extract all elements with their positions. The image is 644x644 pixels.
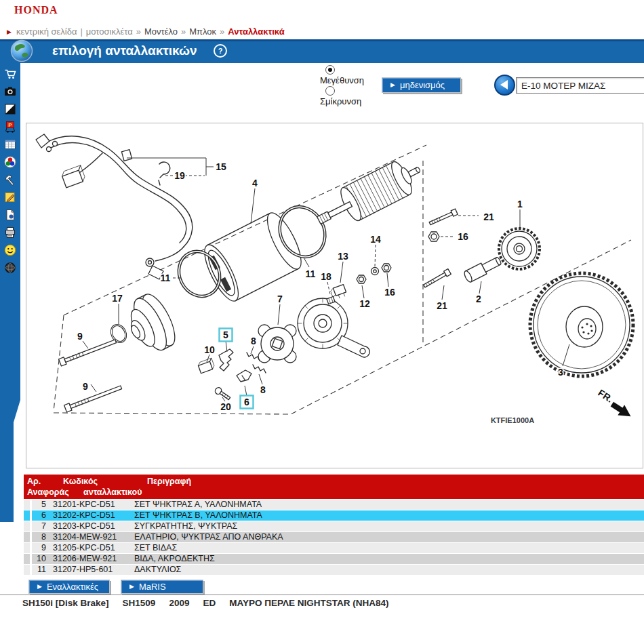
cell-ref: 7: [32, 521, 46, 531]
zoom-mode-label: Μεγέθυνση: [320, 75, 364, 85]
breadcrumb-link[interactable]: κεντρική σελίδα: [16, 26, 77, 37]
callout-18[interactable]: 18: [321, 271, 331, 282]
section-selector-input[interactable]: [516, 77, 644, 94]
cell-description: ΕΛΑΤΗΡΙΟ, ΨΥΚΤΡΑΣ ΑΠΟ ΑΝΘΡΑΚΑ: [134, 532, 283, 542]
cell-part-code: 31202-KPC-D51: [53, 510, 115, 521]
parts-p-icon[interactable]: P: [3, 120, 17, 134]
model-info-item: ΜΑΥΡΟ ΠΕΡΛΕ NIGHTSTAR (NHA84): [229, 598, 388, 608]
callout-2[interactable]: 2: [476, 294, 481, 304]
driven-gear-part3: [530, 273, 633, 376]
callout-9[interactable]: 9: [77, 331, 83, 342]
callout-15[interactable]: 15: [216, 161, 226, 172]
breadcrumb-separator: »: [181, 26, 186, 37]
table-row[interactable]: 1031206-MEW-921ΒΙΔΑ, ΑΚΡΟΔΕΚΤΗΣ: [24, 554, 644, 565]
smiley-icon[interactable]: [3, 243, 17, 257]
alternatives-button[interactable]: ▶ Εναλλακτικές: [28, 580, 110, 594]
dark-globe-icon[interactable]: [3, 261, 17, 275]
breadcrumb: ▶ κεντρική σελίδα|μοτοσικλέτα»Μοντέλο»Μπ…: [7, 26, 285, 37]
printer-icon[interactable]: [3, 226, 17, 239]
model-info-footer: SH150i [Disk Brake]SH15092009EDΜΑΥΡΟ ΠΕΡ…: [22, 598, 388, 608]
breadcrumb-separator: »: [220, 26, 224, 37]
camera-icon[interactable]: [3, 85, 17, 98]
zoom-mode-radio[interactable]: [325, 65, 335, 75]
callout-21[interactable]: 21: [437, 300, 447, 311]
callout-17[interactable]: 17: [112, 293, 123, 304]
table-row[interactable]: 731203-KPC-D51ΣΥΓΚΡΑΤΗΤΗΣ, ΨΥΚΤΡΑΣ: [24, 521, 644, 532]
globe-icon: [10, 39, 33, 62]
row-stripe: [24, 565, 30, 575]
reset-button[interactable]: ▶ μηδενισμός: [382, 77, 461, 93]
cell-description: ΔΑΚΤΥΛΙΟΣ: [134, 565, 181, 575]
callout-6[interactable]: 6: [244, 397, 249, 407]
armature: [310, 153, 428, 237]
callout-7[interactable]: 7: [277, 294, 283, 304]
cell-description: ΒΙΔΑ, ΑΚΡΟΔΕΚΤΗΣ: [134, 554, 215, 564]
cell-part-code: 31206-MEW-921: [53, 554, 117, 564]
table-icon[interactable]: [3, 138, 17, 151]
model-info-item: SH1509: [123, 598, 156, 608]
callout-14[interactable]: 14: [370, 234, 381, 245]
brush-part10: [197, 358, 215, 374]
table-row[interactable]: 631202-KPC-D51ΣΕΤ ΨΗΚΤΡΑΣ Β, ΥΑΛΟΝΗΜΑΤΑ: [24, 510, 644, 521]
brush-set-part5: [219, 349, 233, 371]
callout-8[interactable]: 8: [260, 384, 266, 395]
callout-4[interactable]: 4: [252, 178, 258, 188]
row-stripe: [24, 510, 30, 521]
callout-16[interactable]: 16: [384, 287, 395, 298]
bolt-part9-a: [59, 338, 117, 366]
harness-hook-part19: [159, 162, 170, 185]
cart-icon[interactable]: [3, 67, 17, 81]
honda-logo: HONDA: [14, 4, 58, 16]
screw-part20: [214, 386, 232, 401]
callout-11[interactable]: 11: [161, 273, 171, 283]
breadcrumb-link[interactable]: Μπλοκ: [189, 26, 216, 37]
table-row[interactable]: 831204-MEW-921ΕΛΑΤΗΡΙΟ, ΨΥΚΤΡΑΣ ΑΠΟ ΑΝΘΡ…: [24, 532, 644, 543]
zoom-mode-radio[interactable]: [325, 86, 335, 96]
callout-3[interactable]: 3: [558, 367, 563, 378]
callout-11[interactable]: 11: [306, 268, 316, 279]
parts-diagram: KTFIE1000A FR. 1519411111813179910588206…: [26, 123, 643, 468]
maris-button[interactable]: ▶ MaRIS: [121, 580, 203, 594]
callout-1[interactable]: 1: [517, 199, 523, 209]
color-wheel-icon[interactable]: [3, 155, 17, 169]
callout-9[interactable]: 9: [83, 381, 88, 392]
zoom-mode-group: ΜεγέθυνσηΣμίκρυνση: [320, 65, 364, 107]
hammer-icon[interactable]: [3, 173, 17, 186]
sidebar-toolbar: P: [3, 67, 17, 279]
table-row[interactable]: 931205-KPC-D51ΣΕΤ ΒΙΔΑΣ: [24, 543, 644, 554]
note-edit-icon[interactable]: [3, 190, 17, 204]
callout-10[interactable]: 10: [204, 344, 215, 355]
button-arrow-icon: ▶: [37, 584, 42, 590]
callout-20[interactable]: 20: [220, 401, 231, 412]
breadcrumb-link[interactable]: μοτοσικλέτα: [86, 26, 133, 37]
row-stripe: [24, 532, 30, 542]
zoom-mode-label: Σμίκρυνση: [320, 96, 364, 106]
callout-19[interactable]: 19: [174, 170, 185, 181]
col-code-header-line2: ανταλλακτικού: [83, 487, 142, 497]
callout-labels: 1519411111813179910588206712141616212112…: [77, 161, 563, 412]
callout-8[interactable]: 8: [251, 336, 256, 346]
callout-12[interactable]: 12: [359, 298, 370, 309]
breadcrumb-link[interactable]: Ανταλλακτικά: [228, 26, 284, 37]
callout-21[interactable]: 21: [483, 212, 494, 222]
back-button[interactable]: [494, 75, 515, 96]
callout-16[interactable]: 16: [458, 231, 468, 242]
col-desc-header: Περιγραφή: [147, 477, 191, 486]
breadcrumb-link[interactable]: Μοντέλο: [144, 26, 178, 37]
brush-set-part6: [237, 370, 251, 382]
callout-5[interactable]: 5: [223, 329, 228, 340]
cell-ref: 9: [32, 543, 46, 553]
table-row[interactable]: 1131207-HP5-601ΔΑΚΤΥΛΙΟΣ: [24, 565, 644, 576]
table-row[interactable]: 531201-KPC-D51ΣΕΤ ΨΗΚΤΡΑΣ Α, ΥΑΛΟΝΗΜΑΤΑ: [24, 500, 644, 510]
honda-epc-app: HONDA ▶ κεντρική σελίδα|μοτοσικλέτα»Μοντ…: [0, 0, 644, 644]
svg-text:P: P: [8, 122, 12, 128]
help-icon[interactable]: ?: [214, 44, 227, 58]
contrast-icon[interactable]: [3, 102, 17, 116]
table-body: 531201-KPC-D51ΣΕΤ ΨΗΚΤΡΑΣ Α, ΥΑΛΟΝΗΜΑΤΑ6…: [24, 500, 644, 576]
fr-direction-arrow: FR.: [594, 387, 635, 422]
front-cover: [120, 289, 182, 359]
document-icon[interactable]: [3, 208, 17, 222]
breadcrumb-separator: |: [80, 26, 82, 37]
spring-part8-b: [253, 365, 266, 373]
callout-13[interactable]: 13: [338, 251, 348, 262]
